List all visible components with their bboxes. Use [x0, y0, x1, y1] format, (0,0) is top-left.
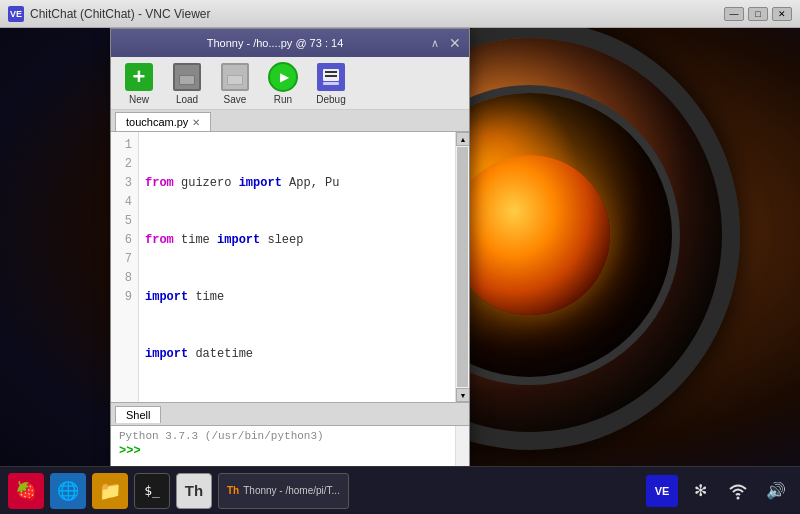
load-icon [173, 63, 201, 91]
volume-icon[interactable]: 🔊 [760, 475, 792, 507]
tab-bar: touchcam.py ✕ [111, 110, 469, 132]
shell-prompt: >>> [119, 444, 141, 458]
thonny-titlebar: Thonny - /ho....py @ 73 : 14 ∧ ✕ [111, 29, 469, 57]
th-font-icon: Th [185, 482, 203, 499]
scroll-down-btn[interactable]: ▼ [456, 388, 469, 402]
globe-icon: 🌐 [57, 480, 79, 502]
taskbar-right: VE ✻ 🔊 [646, 475, 792, 507]
load-label: Load [176, 94, 198, 105]
taskbar-thonny-active-btn[interactable]: Th Thonny - /home/pi/T... [218, 473, 349, 509]
thonny-window: Thonny - /ho....py @ 73 : 14 ∧ ✕ + New L… [110, 28, 470, 508]
run-button[interactable]: Run [263, 61, 303, 105]
camera-lens-glow [450, 155, 610, 315]
debug-icon [317, 63, 345, 91]
terminal-icon: $_ [144, 483, 160, 498]
code-editor-area: 1 2 3 4 5 6 7 8 9 from guizero import Ap… [111, 132, 469, 402]
scroll-thumb[interactable] [457, 147, 468, 387]
code-content[interactable]: from guizero import App, Pu from time im… [139, 132, 455, 402]
thonny-up-arrow-icon[interactable]: ∧ [431, 37, 439, 50]
line-numbers: 1 2 3 4 5 6 7 8 9 [111, 132, 139, 402]
vnc-window-controls: — □ ✕ [724, 7, 792, 21]
thonny-window-title: Thonny - /ho....py @ 73 : 14 [119, 37, 431, 49]
svg-rect-1 [325, 71, 337, 73]
run-label: Run [274, 94, 292, 105]
debug-label: Debug [316, 94, 345, 105]
taskbar-browser-btn[interactable]: 🌐 [50, 473, 86, 509]
vnc-titlebar: VE ChitChat (ChitChat) - VNC Viewer — □ … [0, 0, 800, 28]
save-icon [221, 63, 249, 91]
shell-info-line: Python 3.7.3 (/usr/bin/python3) [119, 430, 447, 442]
taskbar: 🍓 🌐 📁 $_ Th Th Thonny - /home/pi/T... VE… [0, 466, 800, 514]
folder-icon: 📁 [99, 480, 121, 502]
vnc-maximize-btn[interactable]: □ [748, 7, 768, 21]
taskbar-files-btn[interactable]: 📁 [92, 473, 128, 509]
run-icon [268, 62, 298, 92]
tab-close-btn[interactable]: ✕ [192, 117, 200, 128]
svg-rect-3 [323, 82, 339, 85]
file-tab-touchcam[interactable]: touchcam.py ✕ [115, 112, 211, 131]
vnc-close-btn[interactable]: ✕ [772, 7, 792, 21]
bluetooth-icon[interactable]: ✻ [684, 475, 716, 507]
vnc-taskbar-icon[interactable]: VE [646, 475, 678, 507]
svg-point-4 [737, 496, 740, 499]
shell-tab[interactable]: Shell [115, 406, 161, 423]
thonny-close-btn[interactable]: ✕ [449, 35, 461, 51]
thonny-active-label: Thonny - /home/pi/T... [243, 485, 340, 496]
taskbar-th-font-btn[interactable]: Th [176, 473, 212, 509]
load-button[interactable]: Load [167, 61, 207, 105]
vnc-minimize-btn[interactable]: — [724, 7, 744, 21]
taskbar-terminal-btn[interactable]: $_ [134, 473, 170, 509]
new-icon: + [125, 63, 153, 91]
thonny-toolbar: + New Load Save Run [111, 57, 469, 110]
save-button[interactable]: Save [215, 61, 255, 105]
vnc-app-icon: VE [8, 6, 24, 22]
raspberry-icon: 🍓 [15, 480, 37, 502]
save-label: Save [224, 94, 247, 105]
new-button[interactable]: + New [119, 61, 159, 105]
vnc-window-title: ChitChat (ChitChat) - VNC Viewer [30, 7, 724, 21]
svg-rect-2 [325, 75, 337, 77]
shell-prompt-line: >>> [119, 444, 447, 458]
new-label: New [129, 94, 149, 105]
editor-scrollbar[interactable]: ▲ ▼ [455, 132, 469, 402]
thonny-active-icon: Th [227, 485, 239, 496]
taskbar-raspberry-btn[interactable]: 🍓 [8, 473, 44, 509]
scroll-up-btn[interactable]: ▲ [456, 132, 469, 146]
code-editor[interactable]: 1 2 3 4 5 6 7 8 9 from guizero import Ap… [111, 132, 455, 402]
shell-tab-bar: Shell [111, 403, 469, 426]
debug-button[interactable]: Debug [311, 61, 351, 105]
file-tab-name: touchcam.py [126, 116, 188, 128]
wifi-icon[interactable] [722, 475, 754, 507]
